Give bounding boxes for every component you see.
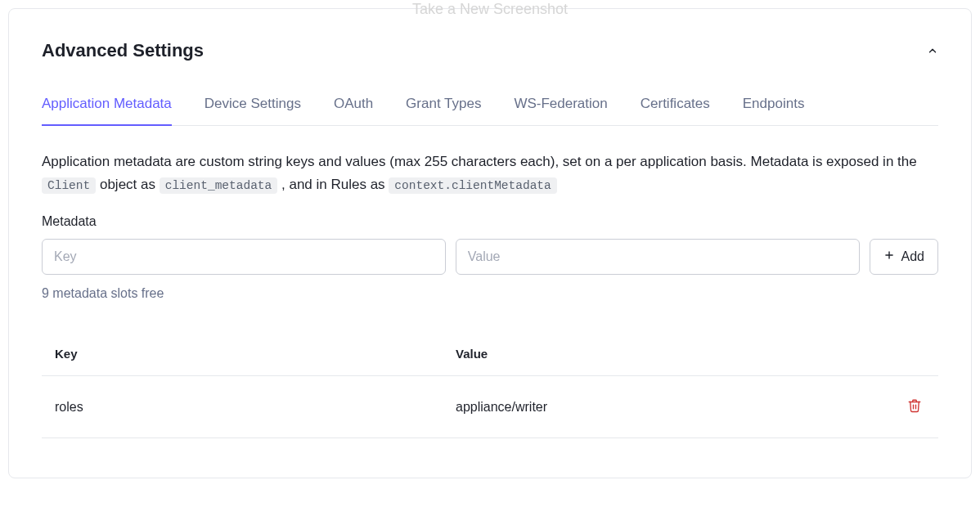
code-context-client-metadata: context.clientMetadata <box>389 177 556 194</box>
metadata-section-label: Metadata <box>42 214 938 229</box>
table-cell-key: roles <box>55 400 456 415</box>
add-button-label: Add <box>901 249 924 264</box>
metadata-table: Key Value roles appliance/writer <box>42 332 938 438</box>
delete-row-button[interactable] <box>904 394 925 420</box>
desc-text-3: , and in Rules as <box>281 177 389 192</box>
tab-oauth[interactable]: OAuth <box>334 96 373 125</box>
description-text: Application metadata are custom string k… <box>42 150 938 196</box>
metadata-input-row: Add <box>42 239 938 275</box>
trash-icon <box>907 397 922 416</box>
tab-application-metadata[interactable]: Application Metadata <box>42 96 172 125</box>
desc-text-2: object as <box>100 177 160 192</box>
tab-certificates[interactable]: Certificates <box>641 96 710 125</box>
plus-icon <box>883 249 895 264</box>
screenshot-hint-text: Take a New Screenshot <box>412 1 568 18</box>
tab-endpoints[interactable]: Endpoints <box>743 96 805 125</box>
tab-ws-federation[interactable]: WS-Federation <box>514 96 607 125</box>
chevron-up-icon[interactable] <box>927 45 938 56</box>
advanced-settings-card: Take a New Screenshot Advanced Settings … <box>8 8 972 478</box>
code-client-metadata: client_metadata <box>160 177 278 194</box>
table-header-value: Value <box>456 347 892 361</box>
table-header-key: Key <box>55 347 456 361</box>
tab-device-settings[interactable]: Device Settings <box>205 96 301 125</box>
card-header-row: Advanced Settings <box>42 40 938 61</box>
table-cell-value: appliance/writer <box>456 400 892 415</box>
table-header-row: Key Value <box>42 332 938 376</box>
table-row: roles appliance/writer <box>42 376 938 438</box>
page-title: Advanced Settings <box>42 40 204 61</box>
add-button[interactable]: Add <box>870 239 938 275</box>
tab-grant-types[interactable]: Grant Types <box>406 96 481 125</box>
tabs-nav: Application Metadata Device Settings OAu… <box>42 96 938 126</box>
metadata-value-input[interactable] <box>456 239 860 275</box>
code-client: Client <box>42 177 96 194</box>
slots-remaining-text: 9 metadata slots free <box>42 286 938 301</box>
desc-text-1: Application metadata are custom string k… <box>42 154 917 169</box>
metadata-key-input[interactable] <box>42 239 446 275</box>
